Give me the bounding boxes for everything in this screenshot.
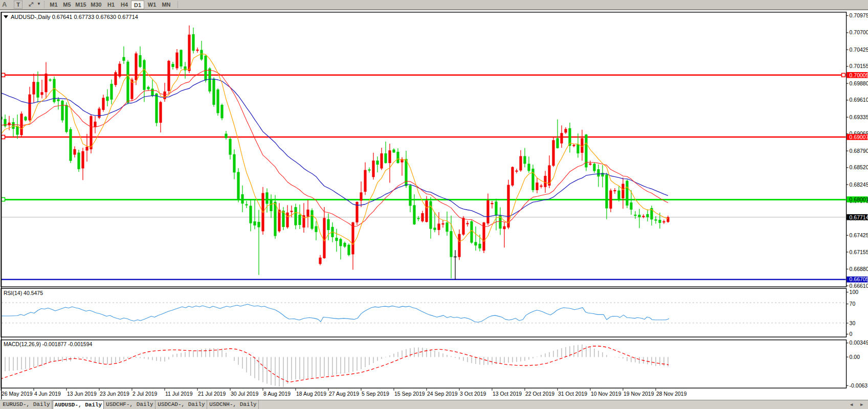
svg-text:0.68001: 0.68001 [850, 196, 868, 202]
svg-text:0.69610: 0.69610 [850, 97, 868, 103]
svg-text:0.69007: 0.69007 [850, 134, 868, 140]
svg-text:19 Nov 2019: 19 Nov 2019 [624, 391, 654, 397]
svg-text:24 Sep 2019: 24 Sep 2019 [427, 391, 458, 397]
svg-text:0.66610: 0.66610 [850, 283, 868, 289]
svg-text:30 Jul 2019: 30 Jul 2019 [231, 391, 258, 397]
svg-text:3 Oct 2019: 3 Oct 2019 [460, 391, 486, 397]
svg-text:0.66705: 0.66705 [850, 276, 868, 282]
svg-text:0.67155: 0.67155 [850, 249, 868, 255]
svg-text:22 Oct 2019: 22 Oct 2019 [525, 391, 554, 397]
svg-text:13 Oct 2019: 13 Oct 2019 [493, 391, 522, 397]
svg-text:27 Aug 2019: 27 Aug 2019 [329, 391, 359, 397]
svg-text:0.69880: 0.69880 [850, 80, 868, 86]
svg-text:0.66880: 0.66880 [850, 266, 868, 272]
svg-text:2 Jul 2019: 2 Jul 2019 [132, 391, 158, 397]
svg-text:0.67714: 0.67714 [850, 214, 868, 220]
svg-text:0.68245: 0.68245 [850, 181, 868, 188]
svg-text:-0.00637: -0.00637 [850, 382, 868, 389]
svg-text:26 May 2019: 26 May 2019 [2, 391, 33, 397]
svg-text:70: 70 [850, 301, 856, 307]
svg-text:15 Sep 2019: 15 Sep 2019 [394, 391, 425, 397]
svg-text:100: 100 [850, 289, 859, 295]
svg-text:RSI(14) 40.5475: RSI(14) 40.5475 [4, 290, 43, 296]
svg-text:0.00349: 0.00349 [850, 339, 868, 346]
svg-text:23 Jun 2019: 23 Jun 2019 [100, 391, 129, 397]
svg-text:0.67425: 0.67425 [850, 232, 868, 238]
svg-text:18 Aug 2019: 18 Aug 2019 [296, 391, 326, 397]
svg-text:AUDUSD-,Daily 0.67641 0.67733: AUDUSD-,Daily 0.67641 0.67733 0.67630 0.… [11, 14, 138, 20]
svg-text:0.69335: 0.69335 [850, 114, 868, 120]
svg-text:0.00: 0.00 [850, 354, 860, 360]
svg-text:31 Oct 2019: 31 Oct 2019 [558, 391, 587, 397]
svg-text:4 Jun 2019: 4 Jun 2019 [34, 391, 61, 397]
svg-text:MACD(12,26,9) -0.001877 -0.001: MACD(12,26,9) -0.001877 -0.001594 [4, 341, 93, 347]
svg-text:28 Nov 2019: 28 Nov 2019 [656, 391, 687, 397]
svg-text:11 Jul 2019: 11 Jul 2019 [165, 391, 193, 397]
svg-text:30: 30 [850, 320, 856, 326]
svg-text:5 Sep 2019: 5 Sep 2019 [362, 391, 389, 397]
svg-text:0.70975: 0.70975 [850, 12, 868, 18]
svg-text:0.70700: 0.70700 [850, 29, 868, 35]
svg-text:21 Jul 2019: 21 Jul 2019 [198, 391, 226, 397]
svg-text:0: 0 [850, 331, 853, 337]
svg-text:0.68520: 0.68520 [850, 164, 868, 170]
svg-text:0.70005: 0.70005 [850, 72, 868, 78]
svg-text:10 Nov 2019: 10 Nov 2019 [591, 391, 621, 397]
svg-text:13 Jun 2019: 13 Jun 2019 [67, 391, 97, 397]
svg-text:0.70425: 0.70425 [850, 47, 868, 53]
svg-text:8 Aug 2019: 8 Aug 2019 [263, 391, 291, 397]
svg-text:0.70155: 0.70155 [850, 63, 868, 69]
svg-text:0.68790: 0.68790 [850, 148, 868, 154]
